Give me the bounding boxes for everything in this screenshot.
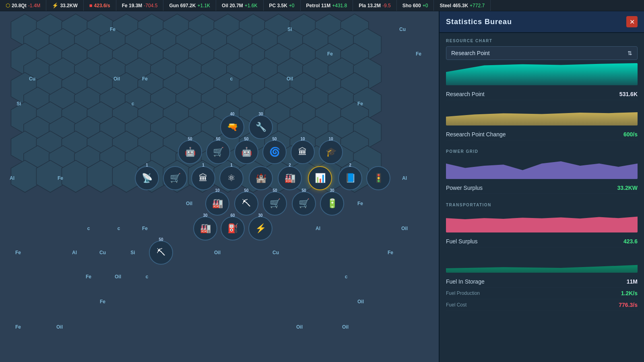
- fuel-value: 423.6/s: [94, 3, 110, 8]
- cell-icon-steel_f: 🏭: [200, 224, 211, 233]
- hex-icons-layer: 40🔫30🔧50🤖50🛒50🤖50🌀10🏛10🎓1📡🛒1🏛1⚛🏰2🏭📊2📘🚦10…: [0, 11, 439, 362]
- fuel-cost-value: 776.3/s: [619, 302, 638, 308]
- cell-icon-cart4: 🛒: [299, 199, 310, 208]
- icon-cell-chart[interactable]: 📊: [308, 166, 332, 190]
- lightning-icon: ⚡: [52, 2, 58, 8]
- topbar: ⬡ 20.8Qt -1.4M ⚡ 33.2KW ■ 423.6/s Fe 19.…: [0, 0, 644, 11]
- icon-cell-colosseum[interactable]: 10🏛: [291, 140, 315, 164]
- research-point-label: Research Point: [446, 91, 485, 97]
- fuel-storage-chart: [446, 251, 638, 273]
- panel-title: Statistics Bureau: [446, 18, 512, 26]
- cell-icon-colosseum: 🏛: [298, 148, 307, 156]
- resource-chart-section: RESOURCE CHART Research Point ⇅ Research…: [440, 33, 644, 144]
- cell-badge-ai1: 50: [188, 137, 192, 141]
- pla-value: Pla 13.2M: [359, 3, 381, 8]
- icon-cell-mine2[interactable]: 50⛏: [149, 241, 173, 265]
- cell-icon-mine2: ⛏: [157, 248, 165, 257]
- research-change-row: Research Point Change 600/s: [446, 129, 638, 140]
- icon-cell-gun[interactable]: 40🔫: [220, 115, 244, 139]
- cell-icon-grad: 🎓: [326, 148, 336, 156]
- topbar-gold: ⬡ 20.8Qt -1.4M: [0, 0, 46, 11]
- topbar-steel: Steel 465.3K +772.7: [434, 0, 491, 11]
- icon-cell-capitol[interactable]: 1🏛: [191, 166, 215, 190]
- cell-badge-atom: 1: [230, 163, 233, 167]
- transportation-section: TRANSPORTATION Fuel Surplus 423.6 Fuel I…: [440, 197, 644, 314]
- cell-icon-chart: 📊: [315, 174, 326, 183]
- icon-cell-castle[interactable]: 🏰: [249, 166, 273, 190]
- icon-cell-cart3[interactable]: 50🛒: [263, 191, 287, 216]
- petrol-value: Petrol 11M: [306, 3, 331, 8]
- statistics-panel: Statistics Bureau ✕ RESOURCE CHART Resea…: [439, 11, 644, 362]
- icon-cell-battery[interactable]: 30🔋: [320, 191, 344, 216]
- icon-cell-cart4[interactable]: 50🛒: [292, 191, 316, 216]
- icon-cell-ai1[interactable]: 50🤖: [178, 140, 202, 164]
- gun-value: Gun 697.2K: [169, 3, 196, 8]
- cell-icon-radar: 📡: [142, 174, 153, 183]
- topbar-gun: Gun 697.2K +1.1K: [163, 0, 216, 11]
- steel-value: Steel 465.3K: [440, 3, 468, 8]
- cell-badge-steel_f: 30: [203, 213, 207, 218]
- cell-icon-traffic: 🚦: [373, 174, 384, 183]
- cell-icon-rail: 🔧: [256, 123, 266, 132]
- power-value: 33.2KW: [60, 3, 77, 8]
- pc-change: +0: [289, 3, 295, 8]
- topbar-pc: PC 3.5K +0: [264, 0, 301, 11]
- steel-change: +772.7: [470, 3, 485, 8]
- cell-icon-oil_drill: ⛽: [227, 224, 238, 233]
- icon-cell-traffic[interactable]: 🚦: [366, 166, 390, 190]
- power-grid-section: POWER GRID Power Surplus 33.2KW: [440, 144, 644, 197]
- cell-icon-atom: ⚛: [227, 174, 235, 183]
- sho-change: +0: [423, 3, 428, 8]
- icon-cell-wind[interactable]: 50🌀: [262, 140, 287, 164]
- cell-badge-rail: 30: [258, 112, 263, 116]
- gun-change: +1.1K: [197, 3, 210, 8]
- icon-cell-rail[interactable]: 30🔧: [249, 115, 273, 139]
- oil-value: Oil 20.7M: [222, 3, 243, 8]
- research-change-chart: [446, 103, 638, 125]
- cell-badge-factory_w: 2: [289, 163, 291, 167]
- gold-icon: ⬡: [6, 2, 10, 8]
- topbar-fuel: ■ 423.6/s: [84, 0, 116, 11]
- icon-cell-book[interactable]: 2📘: [338, 166, 362, 190]
- fuel-cost-row: Fuel Cost 776.3/s: [446, 299, 638, 311]
- topbar-power: ⚡ 33.2KW: [46, 0, 83, 11]
- selected-resource: Research Point: [451, 50, 490, 56]
- cell-badge-book: 2: [349, 163, 351, 167]
- fuel-surplus-label: Fuel Surplus: [446, 238, 478, 245]
- cell-badge-capitol: 1: [202, 163, 204, 167]
- sho-value: Sho 600: [402, 3, 421, 8]
- power-surplus-label: Power Surplus: [446, 185, 483, 191]
- icon-cell-mine[interactable]: 50⛏: [234, 191, 258, 216]
- topbar-fe: Fe 19.3M -704.5: [116, 0, 164, 11]
- cell-badge-gun: 40: [230, 112, 234, 116]
- icon-cell-oil_drill[interactable]: 60⛽: [221, 216, 245, 241]
- icon-cell-factory2[interactable]: 10🏭: [205, 191, 229, 216]
- resource-dropdown[interactable]: Research Point ⇅: [446, 46, 638, 60]
- fe-change: -704.5: [144, 3, 157, 8]
- gold-value: 20.8Qt: [12, 3, 27, 8]
- cell-badge-mine: 50: [244, 188, 248, 193]
- cell-icon-battery: 🔋: [327, 199, 338, 208]
- icon-cell-ai2[interactable]: 50🤖: [234, 140, 258, 164]
- cell-badge-charger: 30: [258, 213, 262, 218]
- icon-cell-atom[interactable]: 1⚛: [219, 166, 244, 190]
- cell-icon-gun: 🔫: [227, 123, 238, 132]
- icon-cell-radar[interactable]: 1📡: [135, 166, 159, 190]
- icon-cell-cart[interactable]: 50🛒: [206, 140, 230, 164]
- icon-cell-cart2[interactable]: 🛒: [163, 166, 187, 190]
- cell-badge-mine2: 50: [159, 237, 163, 242]
- panel-header: Statistics Bureau ✕: [440, 11, 644, 33]
- cell-icon-cart3: 🛒: [270, 199, 281, 208]
- cell-badge-radar: 1: [146, 163, 148, 167]
- close-button[interactable]: ✕: [626, 16, 638, 27]
- fuel-storage-label: Fuel In Storage: [446, 278, 485, 285]
- icon-cell-steel_f[interactable]: 30🏭: [193, 216, 217, 241]
- icon-cell-charger[interactable]: 30⚡: [248, 216, 272, 241]
- icon-cell-grad[interactable]: 10🎓: [319, 140, 343, 164]
- research-point-chart: [446, 63, 638, 85]
- transportation-label: TRANSPORTATION: [446, 203, 638, 207]
- gold-change: -1.4M: [28, 3, 41, 8]
- icon-cell-factory_w[interactable]: 2🏭: [278, 166, 302, 190]
- fuel-surplus-value: 423.6: [623, 238, 638, 245]
- cell-badge-factory2: 10: [215, 188, 219, 193]
